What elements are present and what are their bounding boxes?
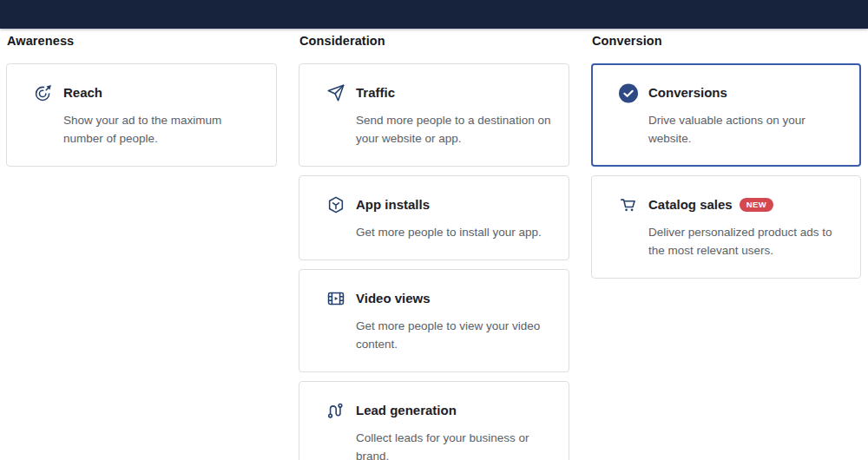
card-description: Drive valuable actions on your website.	[648, 111, 843, 148]
card-description: Get more people to view your video conte…	[356, 317, 551, 353]
card-description: Show your ad to the maximum number of pe…	[63, 111, 259, 148]
app-installs-icon	[326, 194, 346, 215]
consideration-cards: Traffic Send more people to a destinatio…	[299, 63, 569, 460]
column-conversion: Conversion Conversions Drive valuable ac…	[591, 34, 861, 279]
top-navigation-bar	[0, 0, 868, 29]
lead-generation-icon	[326, 400, 346, 421]
column-heading-consideration: Consideration	[299, 34, 569, 49]
card-title: Reach	[63, 84, 102, 102]
objective-card-lead-generation[interactable]: Lead generation Collect leads for your b…	[299, 381, 569, 460]
conversion-cards: Conversions Drive valuable actions on yo…	[591, 63, 861, 279]
card-title: App installs	[356, 196, 430, 214]
objective-card-traffic[interactable]: Traffic Send more people to a destinatio…	[299, 63, 569, 167]
reach-icon	[33, 82, 54, 103]
objective-card-catalog-sales[interactable]: Catalog sales NEW Deliver personalized p…	[591, 175, 861, 279]
card-title: Catalog sales	[648, 196, 733, 214]
campaign-objective-screen: Awareness Reach Show your ad to the maxi…	[0, 0, 868, 460]
objective-card-reach[interactable]: Reach Show your ad to the maximum number…	[6, 63, 277, 167]
column-heading-conversion: Conversion	[592, 34, 861, 49]
card-description: Send more people to a destination on you…	[356, 111, 551, 148]
card-title: Video views	[356, 290, 431, 307]
objective-card-app-installs[interactable]: App installs Get more people to install …	[299, 175, 569, 260]
card-description: Collect leads for your business or brand…	[356, 429, 551, 460]
card-title: Traffic	[356, 84, 395, 102]
card-title: Lead generation	[356, 402, 457, 419]
card-description: Deliver personalized product ads to the …	[648, 223, 843, 260]
column-awareness: Awareness Reach Show your ad to the maxi…	[6, 34, 277, 167]
column-consideration: Consideration Traffic Send more people t…	[299, 34, 569, 460]
check-circle-icon	[618, 82, 639, 103]
card-title: Conversions	[648, 84, 727, 102]
video-views-icon	[326, 288, 346, 309]
new-badge: NEW	[740, 198, 773, 212]
column-heading-awareness: Awareness	[7, 34, 277, 49]
awareness-cards: Reach Show your ad to the maximum number…	[6, 63, 277, 167]
traffic-icon	[326, 82, 346, 103]
card-description: Get more people to install your app.	[356, 223, 551, 241]
objective-card-video-views[interactable]: Video views Get more people to view your…	[299, 269, 569, 372]
cart-icon	[618, 194, 639, 215]
objective-card-conversions-selected[interactable]: Conversions Drive valuable actions on yo…	[591, 63, 861, 167]
